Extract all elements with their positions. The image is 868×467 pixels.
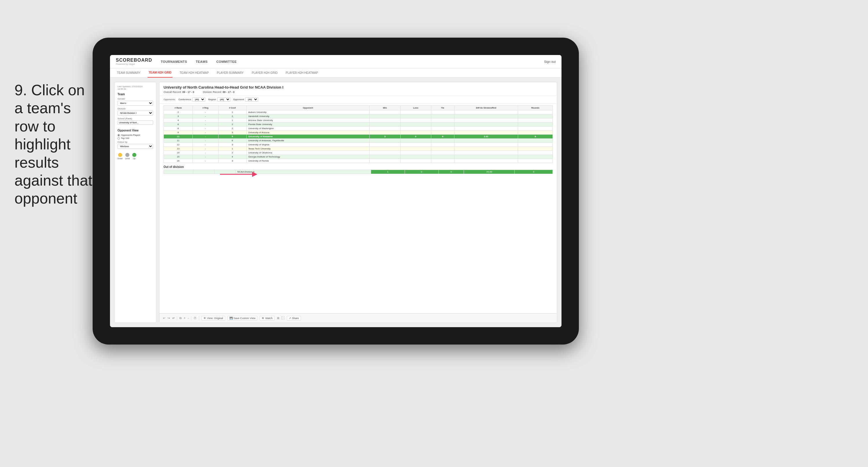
division-record: Division Record: 88 - 17 - 0 xyxy=(203,91,235,93)
toolbar-sep-3 xyxy=(199,316,199,321)
legend-level-circle xyxy=(125,153,129,157)
toolbar-screen-icon[interactable]: ⛶ xyxy=(282,317,284,320)
overall-record: Overall Record: 89 - 17 - 0 xyxy=(163,91,194,93)
legend-down-circle xyxy=(118,153,122,157)
nav-item-tournaments[interactable]: TOURNAMENTS xyxy=(161,60,187,63)
sub-nav: TEAM SUMMARY TEAM H2H GRID TEAM H2H HEAT… xyxy=(110,68,561,78)
last-updated: Last Updated: 27/03/2024 16:55:38 xyxy=(118,85,153,90)
gender-label: Gender xyxy=(118,97,153,100)
view-icon: 👁 xyxy=(204,317,206,320)
plus-icon[interactable]: + xyxy=(184,317,186,320)
table-row[interactable]: 11-5University of Alabama3002.618 xyxy=(164,135,553,139)
colour-by-select[interactable]: Win/loss xyxy=(118,144,153,149)
header-win: Win xyxy=(370,106,400,110)
radio-dot-top100 xyxy=(118,137,120,140)
header-conf: # Conf xyxy=(218,106,246,110)
grid-filters: Opponents: Conference (All) Region (All) xyxy=(159,95,557,104)
region-filter: Region (All) xyxy=(208,97,230,101)
grid-table: # Rank # Reg # Conf Opponent Win Loss Ti… xyxy=(163,106,553,163)
division-label: Division xyxy=(118,108,153,110)
bottom-toolbar: ↩ ↪ ↫ ⧉ + - ⏱ 👁 View: Original 💾 xyxy=(159,313,557,323)
nav-items: TOURNAMENTS TEAMS COMMITTEE xyxy=(161,60,237,63)
header-rank: # Rank xyxy=(164,106,193,110)
ood-rounds: 3 xyxy=(515,170,553,174)
minus-icon[interactable]: - xyxy=(188,317,189,320)
grid-records: Overall Record: 89 - 17 - 0 Division Rec… xyxy=(163,91,553,93)
clock-icon[interactable]: ⏱ xyxy=(194,317,196,320)
grid-header: University of North Carolina Head-to-Hea… xyxy=(159,82,557,95)
sub-nav-team-h2h-heatmap[interactable]: TEAM H2H HEATMAP xyxy=(178,68,210,78)
legend-up-circle xyxy=(132,153,136,157)
tablet-screen: SCOREBOARD Powered by clippd TOURNAMENTS… xyxy=(110,55,561,327)
opponent-select[interactable]: (All) xyxy=(245,97,258,101)
grid-table-container: # Rank # Reg # Conf Opponent Win Loss Ti… xyxy=(159,104,557,313)
radio-group: Opponents Played Top 100 xyxy=(118,134,153,140)
save-icon: 💾 xyxy=(229,317,233,320)
main-content: Last Updated: 27/03/2024 16:55:38 Team G… xyxy=(110,78,561,327)
redo-icon[interactable]: ↪ xyxy=(167,317,170,320)
ood-tie: 0 xyxy=(438,170,464,174)
share-btn[interactable]: ↗ Share xyxy=(287,316,301,321)
table-row[interactable]: 14-2University of Oklahoma xyxy=(164,151,553,155)
nav-bar: SCOREBOARD Powered by clippd TOURNAMENTS… xyxy=(110,55,561,68)
view-original-btn[interactable]: 👁 View: Original xyxy=(202,316,225,321)
sign-out-link[interactable]: Sign out xyxy=(544,60,556,63)
sub-nav-player-summary[interactable]: PLAYER SUMMARY xyxy=(216,68,245,78)
opponents-filter-label: Opponents: xyxy=(163,98,176,101)
school-input[interactable] xyxy=(118,120,153,125)
table-row[interactable]: 2-1Auburn University xyxy=(164,110,553,114)
radio-top-100[interactable]: Top 100 xyxy=(118,137,153,140)
watch-btn[interactable]: 👁 Watch xyxy=(259,316,274,321)
nav-item-teams[interactable]: TEAMS xyxy=(196,60,208,63)
header-loss: Loss xyxy=(400,106,431,110)
sidebar: Last Updated: 27/03/2024 16:55:38 Team G… xyxy=(114,82,156,323)
table-row[interactable]: 13-1Texas Tech University xyxy=(164,147,553,151)
nav-right: Sign out xyxy=(544,60,556,63)
opponent-view-label: Opponent View xyxy=(118,129,153,132)
sub-nav-player-h2h-heatmap[interactable]: PLAYER H2H HEATMAP xyxy=(284,68,319,78)
table-row[interactable]: 16-3University of Florida xyxy=(164,159,553,163)
save-custom-btn[interactable]: 💾 Save Custom View xyxy=(227,316,257,321)
school-label: School (Rank) xyxy=(118,117,153,120)
ood-diff: 26.00 xyxy=(464,170,515,174)
header-rounds: Rounds xyxy=(518,106,553,110)
grid-panel: University of North Carolina Head-to-Hea… xyxy=(159,82,557,323)
table-row[interactable]: 15-4Georgia Institute of Technology xyxy=(164,155,553,159)
undo-icon[interactable]: ↩ xyxy=(163,317,165,320)
gender-select[interactable]: Men's xyxy=(118,101,153,106)
legend-down: Down xyxy=(118,153,123,159)
sub-nav-team-h2h-grid[interactable]: TEAM H2H GRID xyxy=(148,68,173,78)
watch-icon: 👁 xyxy=(261,317,264,320)
sub-nav-player-h2h-grid[interactable]: PLAYER H2H GRID xyxy=(251,68,279,78)
division-select[interactable]: NCAA Division I xyxy=(118,111,153,116)
table-row[interactable]: 4-1Arizona State University xyxy=(164,118,553,122)
header-opponent: Opponent xyxy=(246,106,370,110)
table-row[interactable]: 3-2Vanderbilt University xyxy=(164,114,553,118)
copy-icon[interactable]: ⧉ xyxy=(180,317,182,320)
grid-title: University of North Carolina Head-to-Hea… xyxy=(163,85,553,89)
conference-filter: Conference (All) xyxy=(178,97,205,101)
header-diff: Diff Av Strokes/Rnd xyxy=(454,106,518,110)
toolbar-sep-1 xyxy=(177,316,177,321)
header-reg: # Reg xyxy=(193,106,219,110)
table-row[interactable]: 8-2University of Washington xyxy=(164,126,553,130)
table-row[interactable]: 11-6University of Arkansas, Fayetteville xyxy=(164,139,553,143)
radio-opponents-played[interactable]: Opponents Played xyxy=(118,134,153,136)
back-icon[interactable]: ↫ xyxy=(172,317,175,320)
legend: Down Level Up xyxy=(118,153,153,159)
table-row[interactable]: 9-3University of Arizona xyxy=(164,130,553,135)
header-tie: Tie xyxy=(431,106,455,110)
logo-sub: Powered by clippd xyxy=(116,63,152,65)
sub-nav-team-summary[interactable]: TEAM SUMMARY xyxy=(116,68,142,78)
sidebar-team-label: Team xyxy=(118,93,153,96)
table-row[interactable]: 12-3University of Virginia xyxy=(164,143,553,147)
opponent-filter: Opponent (All) xyxy=(233,97,258,101)
nav-item-committee[interactable]: COMMITTEE xyxy=(216,60,237,63)
legend-up: Up xyxy=(132,153,136,159)
conference-select[interactable]: (All) xyxy=(192,97,205,101)
nav-left: SCOREBOARD Powered by clippd TOURNAMENTS… xyxy=(116,58,237,65)
ood-win: 1 xyxy=(371,170,405,174)
toolbar-grid-icon[interactable]: ⊞ xyxy=(277,317,279,320)
table-row[interactable]: 6-2Florida State University xyxy=(164,122,553,126)
region-select[interactable]: (All) xyxy=(217,97,230,101)
